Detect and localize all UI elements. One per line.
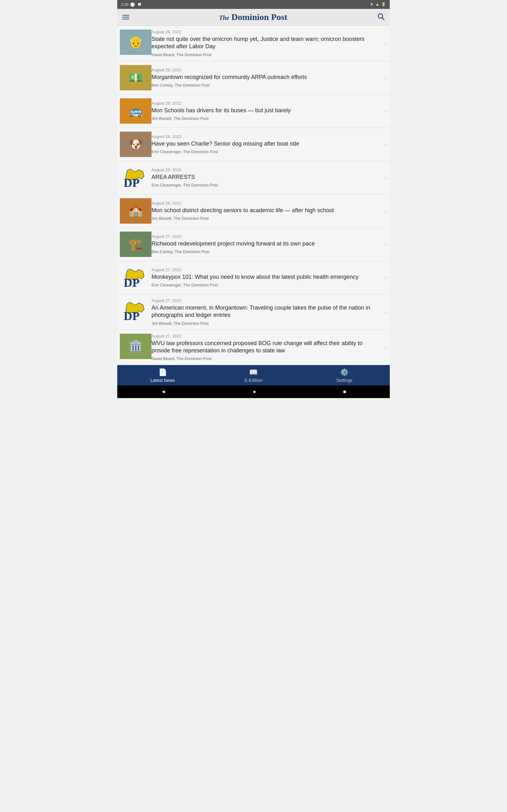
article-date: August 29, 2022: [152, 101, 380, 106]
news-item-content: August 29, 2022 AREA ARRESTS Erin Cleave…: [152, 165, 387, 190]
news-item-content: August 27, 2022 Richwood redevelopment p…: [152, 232, 387, 257]
chevron-right-icon: ›: [385, 309, 387, 315]
svg-text:DP: DP: [124, 276, 139, 289]
logo-main: Dominion Post: [231, 12, 287, 22]
android-home-button[interactable]: ●: [253, 389, 256, 395]
article-date: August 27, 2022: [152, 334, 380, 339]
battery-icon: 🔋: [381, 2, 386, 7]
article-author: Ben Conley, The Dominion Post: [152, 249, 380, 254]
news-item-content: August 28, 2022 Mon school district dire…: [152, 198, 387, 223]
article-title: Richwood redevelopment project moving fo…: [152, 240, 380, 247]
status-icon-battery-indicator: 🔲: [137, 2, 142, 7]
article-date: August 27, 2022: [152, 267, 380, 272]
status-bar: 2:20 ⬤ 🔲 ▼ ▲ 🔋: [117, 0, 390, 9]
article-title: Morgantown recognized for community ARPA…: [152, 73, 380, 81]
news-list: 👴 August 29, 2022 State not quite over t…: [117, 26, 390, 365]
news-list-item[interactable]: 🏛️ August 27, 2022 WVU law professors co…: [117, 330, 390, 365]
article-date: August 27, 2022: [152, 234, 380, 239]
article-author: David Beard, The Dominion Post: [152, 356, 380, 361]
article-author: Erin Cleavenger, The Dominion Post: [152, 183, 380, 188]
settings-icon: ⚙️: [340, 368, 349, 376]
chevron-right-icon: ›: [385, 107, 387, 114]
settings-label: Settings: [336, 378, 352, 383]
article-author: Erin Cleavenger, The Dominion Post: [152, 149, 380, 154]
article-author: Jim Bissett, The Dominion Post: [152, 116, 380, 121]
e-edition-icon: 📖: [249, 368, 258, 376]
news-list-item[interactable]: 💵 August 29, 2022 Morgantown recognized …: [117, 61, 390, 95]
android-recent-button[interactable]: ■: [343, 389, 346, 395]
article-thumbnail: 👴: [120, 30, 152, 55]
menu-button[interactable]: [122, 15, 129, 19]
article-date: August 29, 2022: [152, 134, 380, 139]
article-title: Have you seen Charlie? Senior dog missin…: [152, 140, 380, 148]
article-title: Monkeypox 101: What you need to know abo…: [152, 273, 380, 281]
article-author: Erin Cleavenger, The Dominion Post: [152, 283, 380, 287]
status-bar-right: ▼ ▲ 🔋: [370, 2, 386, 7]
article-author: Ben Conley, The Dominion Post: [152, 83, 380, 88]
chevron-right-icon: ›: [385, 40, 387, 47]
top-nav: The Dominion Post: [117, 9, 390, 26]
chevron-right-icon: ›: [385, 174, 387, 181]
signal-icon: ▲: [376, 2, 379, 7]
status-icon-circle: ⬤: [130, 2, 135, 7]
chevron-right-icon: ›: [385, 141, 387, 148]
news-list-item[interactable]: 🐶 August 29, 2022 Have you seen Charlie?…: [117, 128, 390, 161]
news-list-item[interactable]: 🏫 August 28, 2022 Mon school district di…: [117, 194, 390, 228]
android-back-button[interactable]: ◄: [161, 389, 166, 395]
news-list-item[interactable]: 🚌 August 29, 2022 Mon Schools has driver…: [117, 95, 390, 128]
latest-news-icon: 📄: [158, 368, 167, 376]
bottom-nav: 📄 Latest News 📖 E-Edition ⚙️ Settings: [117, 365, 390, 386]
status-time: 2:20: [121, 2, 128, 7]
logo-the: The: [219, 14, 229, 21]
article-thumbnail: DP: [120, 265, 152, 290]
latest-news-label: Latest News: [151, 378, 175, 383]
news-list-item[interactable]: DP August 27, 2022 An American moment, i…: [117, 294, 390, 330]
news-list-item[interactable]: DP August 27, 2022 Monkeypox 101: What y…: [117, 261, 390, 294]
article-author: Jim Bissett, The Dominion Post: [152, 321, 380, 326]
svg-text:DP: DP: [124, 309, 139, 322]
search-button[interactable]: [377, 13, 385, 21]
news-list-item[interactable]: 👴 August 29, 2022 State not quite over t…: [117, 26, 390, 61]
article-author: David Beard, The Dominion Post: [152, 52, 380, 57]
news-item-content: August 29, 2022 Mon Schools has drivers …: [152, 98, 387, 124]
app-logo: The Dominion Post: [129, 12, 377, 22]
article-date: August 29, 2022: [152, 30, 380, 34]
chevron-right-icon: ›: [385, 274, 387, 281]
article-title: WVU law professors concerned proposed BO…: [152, 340, 380, 355]
article-thumbnail: 🚌: [120, 98, 152, 124]
chevron-right-icon: ›: [385, 241, 387, 247]
news-list-item[interactable]: DP August 29, 2022 AREA ARRESTS Erin Cle…: [117, 161, 390, 194]
e-edition-label: E-Edition: [245, 378, 263, 383]
bottom-nav-latest-news[interactable]: 📄 Latest News: [144, 368, 181, 383]
chevron-right-icon: ›: [385, 74, 387, 81]
article-title: Mon Schools has drivers for its buses — …: [152, 107, 380, 114]
news-item-content: August 27, 2022 Monkeypox 101: What you …: [152, 265, 387, 290]
news-list-item[interactable]: 🏗️ August 27, 2022 Richwood redevelopmen…: [117, 228, 390, 261]
news-item-content: August 27, 2022 WVU law professors conce…: [152, 334, 387, 361]
svg-line-1: [382, 18, 384, 20]
article-thumbnail: 🏫: [120, 198, 152, 223]
article-title: State not quite over the omicron hump ye…: [152, 36, 380, 50]
news-item-content: August 29, 2022 State not quite over the…: [152, 30, 387, 57]
article-thumbnail: 🐶: [120, 132, 152, 157]
article-date: August 28, 2022: [152, 201, 380, 206]
article-date: August 29, 2022: [152, 67, 380, 72]
article-date: August 27, 2022: [152, 298, 380, 303]
bottom-nav-e-edition[interactable]: 📖 E-Edition: [234, 368, 273, 383]
article-thumbnail: 💵: [120, 65, 152, 90]
news-item-content: August 27, 2022 An American moment, in M…: [152, 298, 387, 326]
article-title: Mon school district directing seniors to…: [152, 207, 380, 214]
article-thumbnail: 🏛️: [120, 334, 152, 359]
news-item-content: August 29, 2022 Morgantown recognized fo…: [152, 65, 387, 90]
wifi-icon: ▼: [370, 2, 374, 7]
chevron-right-icon: ›: [385, 207, 387, 214]
bottom-nav-settings[interactable]: ⚙️ Settings: [326, 368, 363, 383]
article-date: August 29, 2022: [152, 167, 380, 172]
chevron-right-icon: ›: [385, 344, 387, 351]
article-thumbnail: DP: [120, 165, 152, 190]
article-thumbnail: DP: [120, 298, 152, 323]
article-thumbnail: 🏗️: [120, 232, 152, 257]
news-item-content: August 29, 2022 Have you seen Charlie? S…: [152, 132, 387, 157]
article-title: AREA ARRESTS: [152, 173, 380, 181]
article-title: An American moment, in Morgantown: Trave…: [152, 304, 380, 319]
